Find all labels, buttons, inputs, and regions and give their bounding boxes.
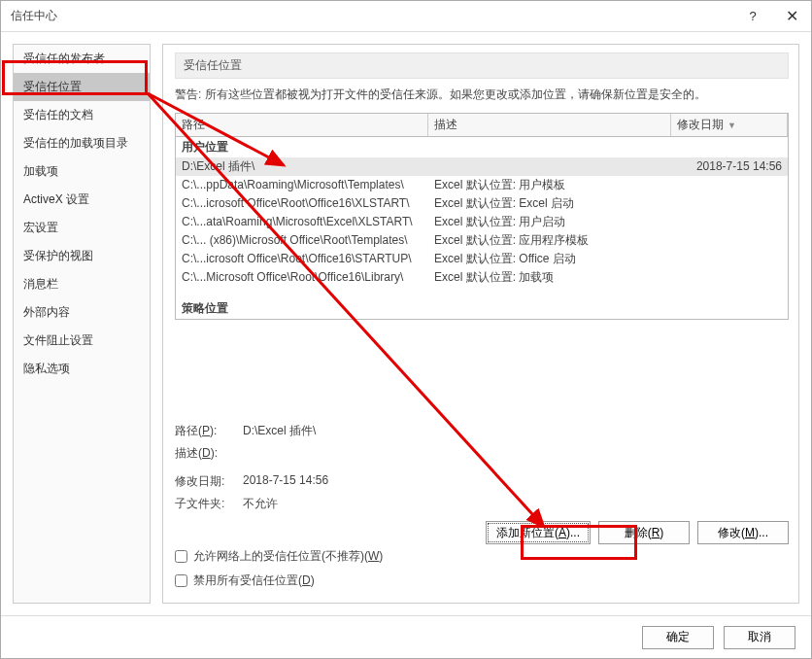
disable-all-checkbox[interactable] — [175, 574, 187, 587]
cell-date — [665, 232, 782, 249]
cell-desc: Excel 默认位置: 用户模板 — [434, 177, 665, 193]
cell-path: C:\...ppData\Roaming\Microsoft\Templates… — [182, 177, 434, 193]
add-location-button[interactable]: 添加新位置(A)... — [486, 521, 591, 544]
detail-sub-label: 子文件夹: — [175, 496, 243, 512]
cell-date — [665, 269, 782, 286]
close-button[interactable]: ✕ — [772, 1, 811, 32]
sidebar: 受信任的发布者 受信任位置 受信任的文档 受信任的加载项目录 加载项 Activ… — [13, 44, 151, 604]
table-row[interactable]: C:\...icrosoft Office\Root\Office16\STAR… — [176, 250, 788, 268]
sort-desc-icon: ▼ — [727, 121, 736, 130]
cell-desc: Excel 默认位置: Office 启动 — [434, 251, 665, 267]
group-user: 用户位置 — [176, 137, 788, 157]
cell-date: 2018-7-15 14:56 — [665, 158, 782, 175]
detail-date-value: 2018-7-15 14:56 — [243, 473, 328, 490]
main-panel: 受信任位置 警告: 所有这些位置都被视为打开文件的受信任来源。如果您更改或添加位… — [162, 44, 799, 604]
cell-date — [665, 251, 782, 267]
sidebar-item-addin-catalogs[interactable]: 受信任的加载项目录 — [14, 129, 150, 157]
cell-desc — [434, 158, 665, 175]
cell-path: C:\...icrosoft Office\Root\Office16\STAR… — [182, 251, 434, 267]
table-row[interactable]: C:\...icrosoft Office\Root\Office16\XLST… — [176, 194, 788, 213]
col-desc[interactable]: 描述 — [428, 114, 671, 136]
cell-date — [665, 177, 782, 193]
detail-sub-value: 不允许 — [243, 496, 278, 512]
col-date-label: 修改日期 — [677, 117, 724, 133]
cell-path: D:\Excel 插件\ — [182, 158, 434, 175]
sidebar-item-external[interactable]: 外部内容 — [14, 298, 150, 327]
cancel-button[interactable]: 取消 — [724, 626, 795, 649]
dialog-footer: 确定 取消 — [1, 615, 811, 658]
sidebar-item-file-block[interactable]: 文件阻止设置 — [14, 327, 150, 355]
col-path[interactable]: 路径 — [176, 114, 428, 136]
cell-date — [665, 195, 782, 212]
sidebar-item-addins[interactable]: 加载项 — [14, 157, 150, 186]
table-header: 路径 描述 修改日期 ▼ — [176, 114, 788, 137]
table-row[interactable]: C:\...Microsoft Office\Root\Office16\Lib… — [176, 268, 788, 287]
modify-button[interactable]: 修改(M)... — [697, 521, 789, 544]
detail-date-label: 修改日期: — [175, 473, 243, 490]
sidebar-item-publishers[interactable]: 受信任的发布者 — [14, 45, 150, 73]
action-buttons: 添加新位置(A)... 删除(R) 修改(M)... — [175, 521, 789, 544]
cell-path: C:\...ata\Roaming\Microsoft\Excel\XLSTAR… — [182, 214, 434, 230]
table-row[interactable]: D:\Excel 插件\ 2018-7-15 14:56 — [176, 157, 788, 176]
allow-network-label: 允许网络上的受信任位置(不推荐)(W) — [193, 548, 383, 565]
sidebar-item-trusted-docs[interactable]: 受信任的文档 — [14, 101, 150, 129]
trust-center-dialog: 信任中心 ? ✕ 受信任的发布者 受信任位置 受信任的文档 受信任的加载项目录 … — [0, 0, 812, 659]
sidebar-item-trusted-locations[interactable]: 受信任位置 — [14, 73, 150, 101]
sidebar-item-protected-view[interactable]: 受保护的视图 — [14, 242, 150, 270]
locations-table: 路径 描述 修改日期 ▼ 用户位置 D:\Excel 插件\ 2018-7-15… — [175, 113, 789, 320]
cell-desc: Excel 默认位置: 加载项 — [434, 269, 665, 286]
section-header: 受信任位置 — [175, 52, 789, 79]
table-body: 用户位置 D:\Excel 插件\ 2018-7-15 14:56 C:\...… — [176, 137, 788, 319]
remove-button[interactable]: 删除(R) — [598, 521, 690, 544]
cell-desc: Excel 默认位置: 应用程序模板 — [434, 232, 665, 249]
help-button[interactable]: ? — [733, 1, 772, 32]
sidebar-item-macro[interactable]: 宏设置 — [14, 214, 150, 242]
cell-date — [665, 214, 782, 230]
warning-text: 警告: 所有这些位置都被视为打开文件的受信任来源。如果您更改或添加位置，请确保新… — [175, 87, 789, 103]
dialog-body: 受信任的发布者 受信任位置 受信任的文档 受信任的加载项目录 加载项 Activ… — [1, 32, 811, 615]
ok-button[interactable]: 确定 — [642, 626, 714, 649]
cell-path: C:\... (x86)\Microsoft Office\Root\Templ… — [182, 232, 434, 249]
detail-desc-label: 描述(D): — [175, 445, 243, 462]
sidebar-item-message-bar[interactable]: 消息栏 — [14, 270, 150, 298]
cell-path: C:\...Microsoft Office\Root\Office16\Lib… — [182, 269, 434, 286]
details-pane: 路径(P): D:\Excel 插件\ 描述(D): 修改日期: 2018-7-… — [175, 420, 789, 515]
detail-path-label: 路径(P): — [175, 423, 243, 439]
sidebar-item-privacy[interactable]: 隐私选项 — [14, 355, 150, 383]
titlebar: 信任中心 ? ✕ — [1, 1, 811, 32]
sidebar-item-activex[interactable]: ActiveX 设置 — [14, 186, 150, 214]
col-date[interactable]: 修改日期 ▼ — [671, 114, 788, 136]
dialog-title: 信任中心 — [11, 8, 733, 24]
allow-network-checkbox[interactable] — [175, 550, 187, 563]
cell-desc: Excel 默认位置: 用户启动 — [434, 214, 665, 230]
detail-path-value: D:\Excel 插件\ — [243, 423, 316, 439]
group-policy: 策略位置 — [176, 298, 788, 319]
disable-all-row: 禁用所有受信任位置(D) — [175, 569, 789, 593]
table-row[interactable]: C:\...ppData\Roaming\Microsoft\Templates… — [176, 176, 788, 194]
table-row[interactable]: C:\... (x86)\Microsoft Office\Root\Templ… — [176, 231, 788, 250]
allow-network-row: 允许网络上的受信任位置(不推荐)(W) — [175, 544, 789, 569]
cell-path: C:\...icrosoft Office\Root\Office16\XLST… — [182, 195, 434, 212]
disable-all-label: 禁用所有受信任位置(D) — [193, 572, 315, 589]
table-row[interactable]: C:\...ata\Roaming\Microsoft\Excel\XLSTAR… — [176, 213, 788, 231]
cell-desc: Excel 默认位置: Excel 启动 — [434, 195, 665, 212]
